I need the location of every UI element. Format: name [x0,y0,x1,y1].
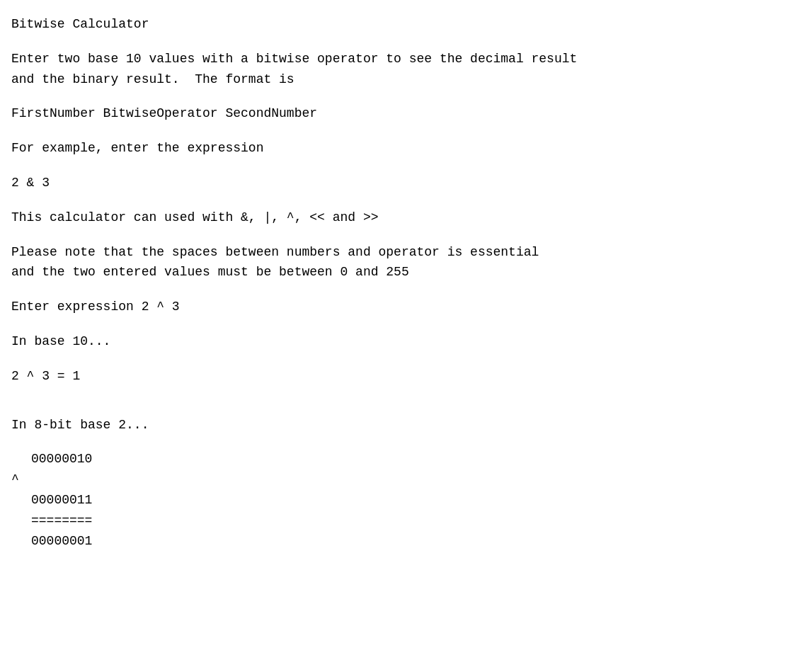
description-line2: and the binary result. The format is [11,69,784,90]
binary-num1: 00000010 [11,449,784,469]
base2-section: In 8-bit base 2... 00000010 ^ 00000011 =… [11,401,784,552]
main-content: Bitwise Calculator Enter two base 10 val… [11,14,784,551]
base10-label: In base 10... [11,331,784,352]
binary-result: 00000001 [11,531,784,552]
example-expr: 2 & 3 [11,173,784,193]
description-line1: Enter two base 10 values with a bitwise … [11,49,784,69]
note-section: Please note that the spaces between numb… [11,242,784,283]
description-section: Enter two base 10 values with a bitwise … [11,49,784,90]
note-line1: Please note that the spaces between numb… [11,242,784,263]
input-section: Enter expression 2 ^ 3 [11,297,784,317]
app-title: Bitwise Calculator [11,14,784,35]
format-section: FirstNumber BitwiseOperator SecondNumber [11,103,784,124]
base2-label: In 8-bit base 2... [11,415,784,435]
binary-operator: ^ [11,469,784,490]
binary-num2: 00000011 [11,490,784,511]
base10-section: In base 10... 2 ^ 3 = 1 [11,331,784,387]
format-text: FirstNumber BitwiseOperator SecondNumber [11,103,784,124]
note-line2: and the two entered values must be betwe… [11,262,784,283]
base10-result: 2 ^ 3 = 1 [11,366,784,387]
operators-section: This calculator can used with &, |, ^, <… [11,207,784,228]
input-prompt: Enter expression 2 ^ 3 [11,297,784,317]
example-expr-section: 2 & 3 [11,173,784,193]
binary-separator: ======== [11,511,784,531]
example-intro: For example, enter the expression [11,138,784,159]
example-intro-section: For example, enter the expression [11,138,784,159]
title-section: Bitwise Calculator [11,14,784,35]
operators-line: This calculator can used with &, |, ^, <… [11,207,784,228]
